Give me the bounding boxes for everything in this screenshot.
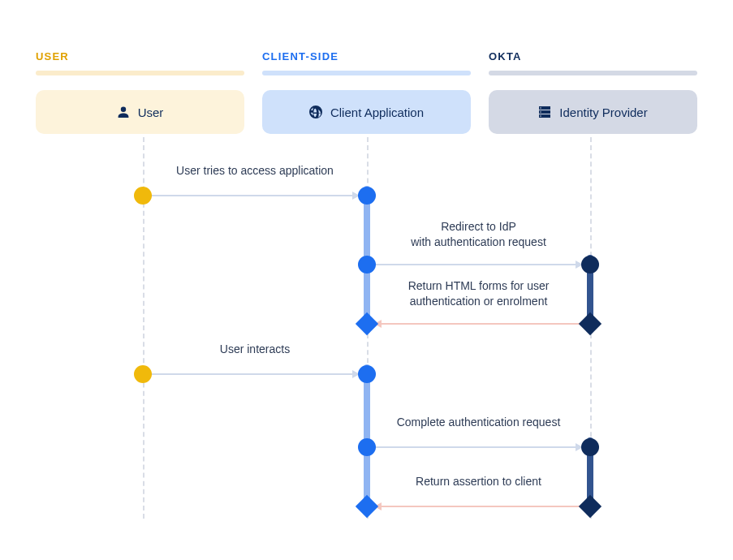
msg-user-interacts: User interacts <box>151 364 359 384</box>
msg-redirect-idp-label: Redirect to IdPwith authentication reque… <box>375 219 582 250</box>
event-client-complete-dot <box>358 438 376 456</box>
actor-idp-label: Identity Provider <box>559 106 647 119</box>
event-user-dot <box>134 187 152 205</box>
diagram-card: USER User CLIENT-SIDE Client Application… <box>0 0 733 560</box>
msg-complete-auth-label: Complete authentication request <box>375 415 582 430</box>
event-client-dot <box>358 187 376 205</box>
msg-return-forms-label: Return HTML forms for userauthentication… <box>375 278 582 309</box>
lane-okta: OKTA Identity Provider <box>489 50 697 134</box>
lane-okta-heading: OKTA <box>489 50 697 62</box>
return-assertion-okta-diamond <box>579 495 601 518</box>
lane-user-bar <box>36 71 244 75</box>
activation-client-2 <box>364 364 370 506</box>
lane-okta-bar <box>489 71 697 75</box>
globe-icon <box>309 106 322 118</box>
event-okta-recv-dot <box>581 256 599 274</box>
arrow-right-icon <box>151 373 359 375</box>
sequence-area: User tries to access application Redirec… <box>36 137 697 519</box>
arrow-right-icon <box>375 446 582 448</box>
lane-user: USER User <box>36 50 244 134</box>
return-okta-diamond <box>579 312 601 335</box>
person-icon <box>117 106 130 118</box>
msg-access-app: User tries to access application <box>151 186 359 205</box>
event-client-send-dot <box>358 256 376 274</box>
arrow-left-return-icon <box>375 323 582 325</box>
msg-complete-auth: Complete authentication request <box>375 437 582 457</box>
event-client-interact-dot <box>358 365 376 383</box>
lane-user-heading: USER <box>36 50 244 62</box>
msg-return-assertion: Return assertion to client <box>375 497 582 516</box>
server-icon <box>538 106 551 118</box>
actor-client: Client Application <box>262 90 471 134</box>
arrow-right-icon <box>151 195 359 196</box>
activation-client-1 <box>364 186 370 324</box>
msg-return-assertion-label: Return assertion to client <box>375 474 582 489</box>
msg-return-forms: Return HTML forms for userauthentication… <box>375 314 582 334</box>
msg-access-app-label: User tries to access application <box>151 163 359 179</box>
lane-client-bar <box>262 71 471 75</box>
event-user-interact-dot <box>134 365 152 383</box>
lane-headers: USER User CLIENT-SIDE Client Application… <box>36 50 697 134</box>
msg-user-interacts-label: User interacts <box>151 342 359 357</box>
arrow-right-icon <box>375 264 582 265</box>
lane-client-heading: CLIENT-SIDE <box>262 50 471 62</box>
actor-user: User <box>36 90 244 134</box>
lane-client: CLIENT-SIDE Client Application <box>262 50 471 134</box>
event-okta-complete-dot <box>581 438 599 456</box>
actor-idp: Identity Provider <box>489 90 697 134</box>
actor-client-label: Client Application <box>330 106 424 119</box>
actor-user-label: User <box>138 106 164 119</box>
msg-redirect-idp: Redirect to IdPwith authentication reque… <box>375 255 582 274</box>
arrow-left-return-icon <box>375 506 582 507</box>
